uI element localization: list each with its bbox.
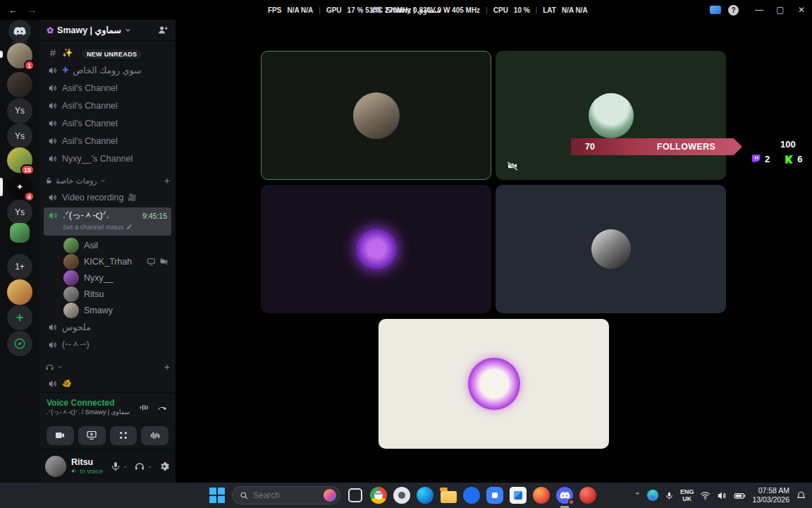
category-private-rooms[interactable]: رومات خاصة +: [39, 173, 176, 188]
voice-channel[interactable]: Video recording 🎥: [44, 188, 171, 206]
voice-member[interactable]: Ritsu: [39, 286, 176, 302]
taskbar-app[interactable]: [486, 487, 503, 504]
camera-button[interactable]: [47, 426, 74, 445]
taskbar-app[interactable]: [510, 487, 527, 504]
add-server-button[interactable]: +: [7, 305, 32, 330]
taskbar-app[interactable]: [463, 487, 480, 504]
more-dms-button[interactable]: 1+: [7, 254, 32, 279]
clock[interactable]: 07:58 AM 13/03/2026: [752, 486, 789, 504]
close-button[interactable]: ✕: [791, 0, 812, 20]
task-view-button[interactable]: [347, 487, 364, 504]
voice-channel[interactable]: Asil's Channel: [44, 114, 171, 132]
avatar: [63, 238, 79, 253]
speaker-icon: [48, 66, 58, 75]
search-input[interactable]: [253, 490, 315, 500]
new-unreads-pill[interactable]: NEW UNREADS: [82, 49, 142, 59]
settings-gear-icon[interactable]: [159, 461, 170, 472]
server-icon-selected[interactable]: ✦ 4: [7, 174, 32, 200]
voice-channel[interactable]: Asil's Channel: [44, 97, 171, 114]
tray-overflow-chevron[interactable]: ⌃: [634, 491, 641, 500]
activities-button[interactable]: [110, 426, 137, 445]
video-tile[interactable]: [261, 185, 491, 313]
taskbar-app[interactable]: [579, 487, 596, 504]
voice-member[interactable]: KICK_Trhah: [39, 253, 176, 270]
speaker-icon: [48, 136, 58, 146]
start-button[interactable]: [209, 487, 226, 504]
voice-channel[interactable]: (ᵕ-ᆺ-ᵕ): [44, 336, 171, 353]
server-icon[interactable]: [10, 223, 30, 243]
server-icon[interactable]: Ys: [7, 123, 32, 149]
channel-status-hint[interactable]: Set a channel status: [63, 223, 123, 231]
forward-arrow-icon[interactable]: →: [27, 5, 37, 16]
compass-icon: [13, 337, 26, 350]
notifications-bell-icon[interactable]: [796, 490, 806, 501]
video-tile[interactable]: [379, 319, 609, 449]
server-icon[interactable]: Ys: [7, 98, 32, 123]
taskbar-app[interactable]: [393, 487, 410, 504]
video-tile[interactable]: [496, 185, 726, 313]
invite-member-icon[interactable]: [158, 25, 168, 35]
avatar[interactable]: [45, 456, 66, 477]
soundboard-button[interactable]: [141, 426, 168, 445]
create-channel-button[interactable]: +: [164, 361, 170, 373]
voice-channel[interactable]: Nyxy__'s Channel: [44, 150, 171, 167]
task-view-icon: [348, 488, 362, 502]
tray-app-icon[interactable]: [647, 490, 658, 501]
voice-channel[interactable]: Asil's Channel: [44, 132, 171, 150]
volume-icon[interactable]: [717, 490, 727, 501]
back-arrow-icon[interactable]: ←: [8, 5, 18, 16]
wifi-icon[interactable]: [700, 490, 710, 501]
server-icon[interactable]: Ys: [7, 200, 32, 225]
active-voice-channel[interactable]: .ᐟ(っ-ᆺ-ς)ᐟ. 9:45:15 Set a channel status: [44, 207, 171, 236]
voice-channel-path[interactable]: .ᐟ(っ-ᆺ-ς)ᐟ. / Smawy | سماوي: [47, 408, 130, 417]
server-icon[interactable]: [7, 279, 32, 305]
taskbar-app-discord[interactable]: [556, 487, 573, 504]
screenshare-button[interactable]: [78, 426, 106, 445]
dm-avatar[interactable]: [7, 72, 32, 97]
voice-channel[interactable]: ملحوس: [44, 318, 171, 336]
chevron-down-icon[interactable]: ⌄: [147, 463, 152, 469]
voice-member[interactable]: Asil: [39, 237, 176, 253]
voice-channel[interactable]: ✚ سوي رومك الخاص: [44, 61, 171, 79]
titlebar: ← → FPS N/A N/A | GPU 17 % 51 °C 270MHz …: [0, 0, 812, 20]
taskbar-app[interactable]: [533, 487, 550, 504]
discord-home-button[interactable]: [8, 20, 31, 42]
followers-count: 70: [585, 142, 595, 152]
video-tile[interactable]: [496, 51, 726, 180]
taskbar-app-edge[interactable]: [417, 487, 433, 504]
create-channel-button[interactable]: +: [164, 175, 170, 186]
server-icon[interactable]: 15: [7, 147, 32, 173]
explore-servers-button[interactable]: [7, 331, 32, 356]
pencil-icon: [126, 224, 133, 230]
maximize-button[interactable]: ▢: [770, 0, 791, 20]
voice-status-panel: Voice Connected .ᐟ(っ-ᆺ-ς)ᐟ. / Smawy | سم…: [39, 392, 176, 422]
language-indicator[interactable]: ENG UK: [680, 488, 694, 503]
dm-avatar[interactable]: 1: [7, 43, 32, 68]
tray-microphone-icon[interactable]: [665, 491, 674, 500]
voice-channel[interactable]: 🐠: [44, 375, 171, 392]
minimize-button[interactable]: —: [749, 0, 770, 20]
participant-avatar: [356, 229, 397, 270]
disconnect-call-icon[interactable]: [156, 401, 168, 413]
avatar: [63, 303, 79, 318]
username[interactable]: Ritsu: [71, 457, 103, 467]
microphone-icon[interactable]: [110, 461, 121, 472]
pip-icon[interactable]: [710, 6, 721, 14]
taskbar-app-file-explorer[interactable]: [440, 487, 457, 504]
headphones-icon[interactable]: [134, 461, 145, 472]
voice-member[interactable]: Nyxy__: [39, 270, 176, 286]
notification-badge: 4: [24, 191, 35, 202]
noise-suppression-icon[interactable]: [139, 402, 149, 413]
category-headphones[interactable]: +: [39, 359, 176, 375]
video-tile-speaking[interactable]: [261, 51, 491, 180]
taskbar-search[interactable]: [232, 486, 340, 504]
chevron-down-icon[interactable]: ⌄: [123, 463, 128, 469]
hash-icon: #: [48, 47, 58, 59]
battery-icon[interactable]: [734, 490, 746, 502]
voice-member[interactable]: Smawy: [39, 302, 176, 318]
voice-channel[interactable]: Asil's Channel: [44, 79, 171, 97]
soundboard-icon: [149, 430, 161, 441]
help-button[interactable]: ?: [728, 5, 739, 16]
server-header[interactable]: ✿ Smawy | سماوي: [39, 20, 176, 41]
taskbar-app-chrome[interactable]: [370, 487, 387, 504]
